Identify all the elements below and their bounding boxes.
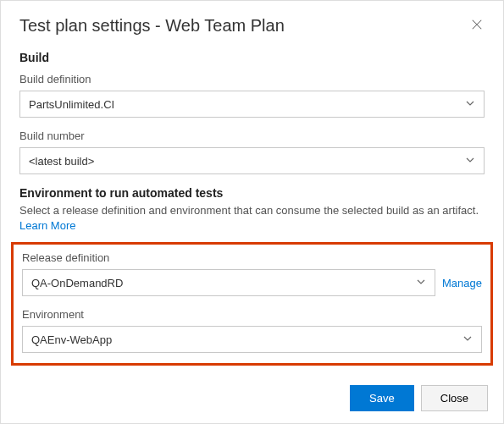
build-number-field: Build number <latest build> <box>19 129 485 174</box>
chevron-down-icon <box>416 277 426 289</box>
environment-heading: Environment to run automated tests <box>19 186 485 200</box>
environment-field: Environment QAEnv-WebApp <box>22 308 482 353</box>
manage-link[interactable]: Manage <box>442 277 482 289</box>
release-definition-field: Release definition QA-OnDemandRD Manage <box>22 251 482 296</box>
build-definition-field: Build definition PartsUnlimited.CI <box>19 73 485 118</box>
build-number-value: <latest build> <box>29 155 94 168</box>
release-definition-label: Release definition <box>22 251 482 264</box>
dialog-title: Test plan settings - Web Team Plan <box>19 16 285 36</box>
build-definition-dropdown[interactable]: PartsUnlimited.CI <box>19 91 485 118</box>
environment-dropdown[interactable]: QAEnv-WebApp <box>22 326 482 353</box>
release-definition-value: QA-OnDemandRD <box>31 277 123 289</box>
save-button[interactable]: Save <box>350 385 414 411</box>
environment-section: Environment to run automated tests Selec… <box>19 186 485 366</box>
build-heading: Build <box>19 51 485 64</box>
close-icon[interactable] <box>469 16 485 35</box>
environment-description: Select a release definition and environm… <box>19 203 485 234</box>
chevron-down-icon <box>465 98 475 111</box>
dialog-footer: Save Close <box>350 385 488 411</box>
learn-more-link[interactable]: Learn More <box>19 219 75 232</box>
release-definition-dropdown[interactable]: QA-OnDemandRD <box>22 269 435 296</box>
environment-value: QAEnv-WebApp <box>31 333 112 346</box>
environment-label: Environment <box>22 308 482 321</box>
build-number-label: Build number <box>19 129 485 142</box>
build-number-dropdown[interactable]: <latest build> <box>19 147 485 174</box>
chevron-down-icon <box>462 333 473 346</box>
highlighted-region: Release definition QA-OnDemandRD Manage … <box>11 242 493 366</box>
test-plan-settings-dialog: Test plan settings - Web Team Plan Build… <box>1 1 503 366</box>
chevron-down-icon <box>465 155 475 168</box>
dialog-header: Test plan settings - Web Team Plan <box>19 16 485 36</box>
close-button[interactable]: Close <box>421 385 488 411</box>
build-definition-value: PartsUnlimited.CI <box>29 98 114 111</box>
build-definition-label: Build definition <box>19 73 485 85</box>
